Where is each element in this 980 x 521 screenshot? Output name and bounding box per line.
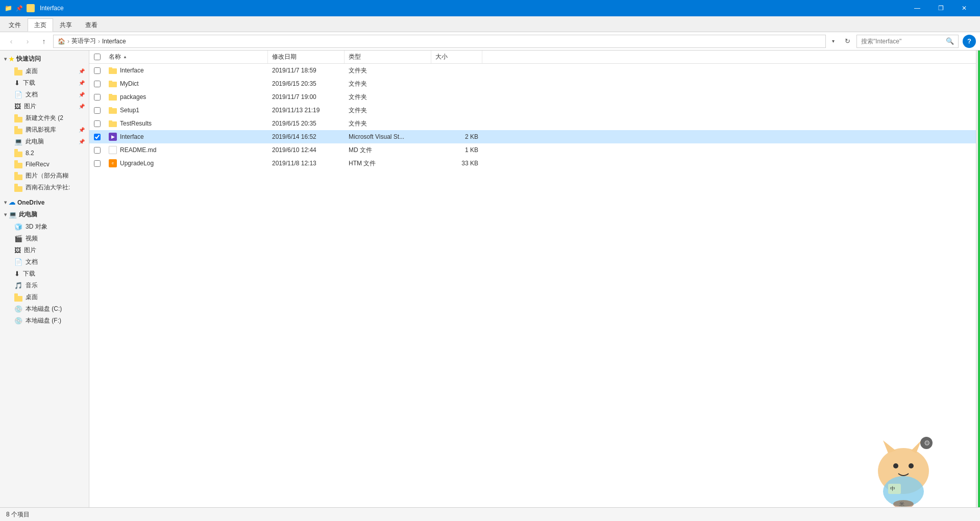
row-checkbox[interactable] <box>89 67 105 74</box>
file-date: 2019/11/8 12:13 <box>268 160 345 167</box>
forward-button[interactable]: › <box>20 34 35 48</box>
row-checkbox-input[interactable] <box>94 67 101 74</box>
file-date: 2019/6/10 12:44 <box>268 146 345 154</box>
search-box[interactable]: 🔍 <box>856 35 959 48</box>
sidebar-item-docs[interactable]: 📄 文档 📌 <box>0 89 89 101</box>
onedrive-header[interactable]: ▾ ☁ OneDrive <box>0 196 89 208</box>
system-icon-2: 📌 <box>15 4 23 12</box>
folder-icon <box>14 172 22 180</box>
quick-access-label: 快速访问 <box>16 55 41 63</box>
sidebar-item-82[interactable]: 8.2 <box>0 147 89 159</box>
this-pc-header[interactable]: ▾ 💻 此电脑 <box>0 208 89 221</box>
sidebar-item-label: 图片（部分高糊 <box>26 171 68 180</box>
column-name-header[interactable]: 名称 ▲ <box>105 51 268 63</box>
tab-home[interactable]: 主页 <box>28 18 53 32</box>
table-row[interactable]: e UpgradeLog 2019/11/8 12:13 HTM 文件 33 K… <box>89 157 976 170</box>
file-type: 文件夹 <box>345 93 431 102</box>
search-icon[interactable]: 🔍 <box>946 37 954 45</box>
sidebar-item-label: 新建文件夹 (2 <box>26 114 63 122</box>
row-checkbox[interactable] <box>89 160 105 167</box>
path-part-1[interactable]: 英语学习 <box>71 37 96 45</box>
table-row[interactable]: packages 2019/11/7 19:00 文件夹 <box>89 90 976 104</box>
help-button[interactable]: ? <box>963 35 976 48</box>
sidebar-item-thispc-sub[interactable]: 💻 此电脑 📌 <box>0 136 89 147</box>
sidebar-item-swpu[interactable]: 西南石油大学社: <box>0 182 89 193</box>
tab-file[interactable]: 文件 <box>2 18 28 32</box>
sidebar-item-newfolder[interactable]: 新建文件夹 (2 <box>0 112 89 124</box>
row-checkbox-input[interactable] <box>94 81 101 87</box>
path-part-2[interactable]: Interface <box>102 38 126 45</box>
sidebar-item-tencent[interactable]: 腾讯影视库 📌 <box>0 124 89 136</box>
quick-access-header[interactable]: ▾ ★ 快速访问 <box>0 53 89 65</box>
sidebar-item-pictures2[interactable]: 🖼 图片 <box>0 244 89 256</box>
folder-icon <box>14 126 22 134</box>
sidebar-item-filerecv[interactable]: FileRecv <box>0 159 89 170</box>
row-checkbox[interactable] <box>89 134 105 140</box>
sidebar-item-download2[interactable]: ⬇ 下载 <box>0 268 89 280</box>
sidebar-item-desktop[interactable]: 桌面 📌 <box>0 65 89 77</box>
expand-icon: ▾ <box>4 200 7 205</box>
table-row[interactable]: MyDict 2019/6/15 20:35 文件夹 <box>89 77 976 90</box>
pin-icon: 📌 <box>79 139 85 144</box>
address-path[interactable]: 🏠 › 英语学习 › Interface <box>53 35 826 48</box>
column-date-header[interactable]: 修改日期 <box>268 51 345 63</box>
folder-icon <box>109 67 117 74</box>
close-button[interactable]: ✕ <box>952 0 976 16</box>
quick-access-star-icon: ★ <box>9 56 14 63</box>
row-checkbox-input[interactable] <box>94 94 101 101</box>
table-row[interactable]: Setup1 2019/11/13 21:19 文件夹 <box>89 104 976 117</box>
search-input[interactable] <box>861 38 944 45</box>
3d-icon: 🧊 <box>14 223 22 231</box>
tab-view[interactable]: 查看 <box>79 18 104 32</box>
restore-button[interactable]: ❐ <box>929 0 952 16</box>
system-icon-3 <box>27 4 35 12</box>
sidebar-item-label: FileRecv <box>26 161 50 168</box>
table-row[interactable]: README.md 2019/6/10 12:44 MD 文件 1 KB <box>89 143 976 157</box>
row-checkbox[interactable] <box>89 81 105 87</box>
address-dropdown-button[interactable]: ▾ <box>828 34 838 48</box>
sidebar-item-docs2[interactable]: 📄 文档 <box>0 256 89 268</box>
sidebar-item-drive-c[interactable]: 💿 本地磁盘 (C:) <box>0 303 89 315</box>
address-bar: ‹ › ↑ 🏠 › 英语学习 › Interface ▾ ↻ 🔍 ? <box>0 32 980 51</box>
this-pc-icon: 💻 <box>9 211 17 218</box>
select-all-input[interactable] <box>94 54 101 60</box>
row-checkbox[interactable] <box>89 107 105 114</box>
sidebar-item-highres[interactable]: 图片（部分高糊 <box>0 170 89 182</box>
column-type-label: 类型 <box>349 53 361 61</box>
folder-icon <box>14 149 22 157</box>
file-name: Setup1 <box>105 107 268 114</box>
column-headers: 名称 ▲ 修改日期 类型 大小 <box>89 51 976 64</box>
table-row[interactable]: ▶ Interface 2019/6/14 16:52 Microsoft Vi… <box>89 130 976 143</box>
back-button[interactable]: ‹ <box>4 34 18 48</box>
select-all-checkbox[interactable] <box>89 54 105 60</box>
row-checkbox[interactable] <box>89 120 105 127</box>
row-checkbox-input[interactable] <box>94 107 101 114</box>
table-row[interactable]: Interface 2019/11/7 18:59 文件夹 <box>89 64 976 77</box>
row-checkbox[interactable] <box>89 147 105 154</box>
tab-share[interactable]: 共享 <box>53 18 79 32</box>
row-checkbox-input[interactable] <box>94 160 101 167</box>
sidebar-item-video[interactable]: 🎬 视频 <box>0 233 89 244</box>
table-row[interactable]: TestResults 2019/6/15 20:35 文件夹 <box>89 117 976 130</box>
image-icon: 🖼 <box>14 103 21 110</box>
row-checkbox-input[interactable] <box>94 147 101 154</box>
sidebar-item-3d[interactable]: 🧊 3D 对象 <box>0 221 89 233</box>
sidebar-item-music[interactable]: 🎵 音乐 <box>0 280 89 291</box>
md-icon <box>109 146 117 154</box>
up-button[interactable]: ↑ <box>37 34 51 48</box>
row-checkbox[interactable] <box>89 94 105 101</box>
sidebar-item-desktop2[interactable]: 桌面 <box>0 291 89 303</box>
sidebar-item-label: 桌面 <box>26 293 38 302</box>
row-checkbox-input[interactable] <box>94 134 101 140</box>
sidebar-item-download[interactable]: ⬇ 下载 📌 <box>0 77 89 89</box>
minimize-button[interactable]: — <box>905 0 929 16</box>
column-size-header[interactable]: 大小 <box>431 51 482 63</box>
sidebar-item-pictures[interactable]: 🖼 图片 📌 <box>0 101 89 112</box>
video-icon: 🎬 <box>14 235 22 242</box>
refresh-button[interactable]: ↻ <box>840 34 854 48</box>
sidebar-item-drive-f[interactable]: 💿 本地磁盘 (F:) <box>0 315 89 327</box>
column-type-header[interactable]: 类型 <box>345 51 431 63</box>
row-checkbox-input[interactable] <box>94 120 101 127</box>
sidebar-item-label: 音乐 <box>26 281 38 290</box>
file-name: MyDict <box>105 80 268 87</box>
